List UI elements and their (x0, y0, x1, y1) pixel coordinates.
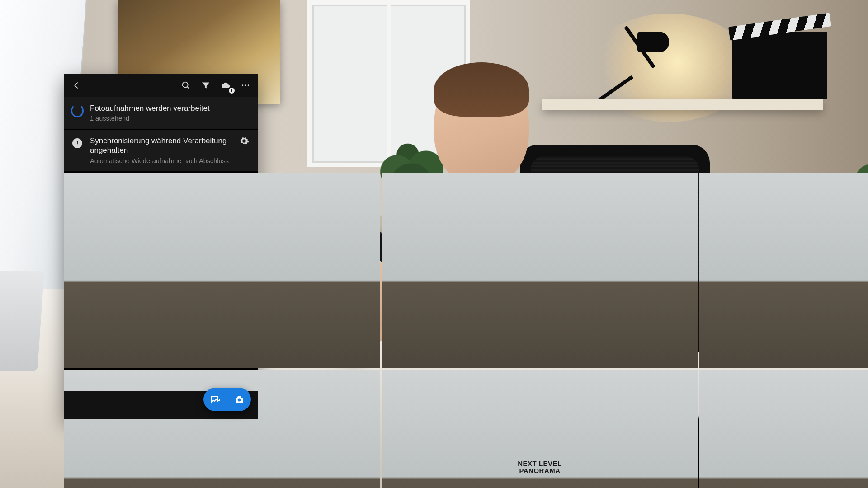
thumbnail[interactable] (382, 173, 698, 368)
phone-screen-overlay: ! Fotoaufnahmen werden verarbeitet 1 aus… (64, 74, 258, 419)
open-camera-button[interactable] (227, 388, 251, 411)
sync-paused-subtitle: Automatische Wiederaufnahme nach Abschlu… (90, 157, 231, 165)
spinner-icon (71, 104, 84, 117)
thumbnail[interactable] (64, 370, 380, 488)
image-plus-icon (210, 394, 221, 405)
thumbnail[interactable] (699, 173, 868, 368)
thumbnail[interactable] (64, 173, 380, 368)
funnel-icon (201, 80, 211, 90)
cloud-badge-icon: ! (229, 88, 235, 94)
search-button[interactable] (176, 75, 196, 95)
search-icon (181, 80, 191, 90)
sync-settings-button[interactable] (237, 136, 251, 149)
svg-point-2 (245, 84, 246, 86)
alert-icon: ! (72, 138, 82, 148)
processing-title: Fotoaufnahmen werden verarbeitet (90, 103, 251, 113)
thumbnail-panorama-title[interactable]: NEXT LEVEL PANORAMA (382, 370, 698, 488)
svg-point-0 (183, 82, 188, 88)
svg-point-1 (242, 84, 243, 86)
camera-icon (234, 394, 245, 405)
gear-icon (239, 136, 249, 146)
processing-row[interactable]: Fotoaufnahmen werden verarbeitet 1 ausst… (64, 97, 258, 129)
sync-paused-row[interactable]: ! Synchronisierung während Verarbeitung … (64, 129, 258, 171)
app-topbar: ! (64, 74, 258, 97)
sync-paused-title: Synchronisierung während Verarbeitung an… (90, 136, 231, 155)
processing-subtitle: 1 ausstehend (90, 114, 251, 123)
panorama-label: NEXT LEVEL PANORAMA (382, 370, 698, 488)
back-button[interactable] (66, 75, 86, 95)
import-photos-button[interactable] (203, 388, 227, 411)
film-clapperboard (732, 32, 827, 99)
svg-point-3 (248, 84, 249, 86)
thumbnail[interactable] (699, 370, 868, 488)
chevron-left-icon (71, 80, 81, 90)
video-frame: ! Fotoaufnahmen werden verarbeitet 1 aus… (0, 0, 868, 488)
photo-grid[interactable]: NEXT LEVEL PANORAMA ✓ (64, 171, 258, 488)
more-button[interactable] (236, 75, 255, 95)
add-photos-fab[interactable] (203, 388, 251, 411)
more-horizontal-icon (241, 80, 250, 90)
cloud-sync-button[interactable]: ! (216, 75, 236, 95)
svg-point-4 (238, 399, 241, 402)
filter-button[interactable] (196, 75, 216, 95)
status-panel: Fotoaufnahmen werden verarbeitet 1 ausst… (64, 97, 258, 171)
